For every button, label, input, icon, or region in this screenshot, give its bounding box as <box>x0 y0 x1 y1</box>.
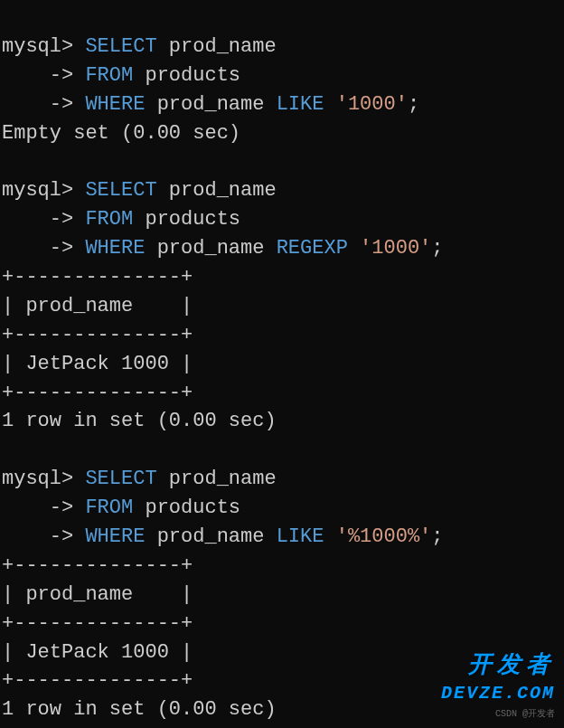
regexp-operator: REGEXP <box>277 237 348 260</box>
table-border: +--------------+ <box>2 669 193 692</box>
select-keyword: SELECT <box>85 179 156 202</box>
continuation-prompt: -> <box>2 237 85 260</box>
where-keyword: WHERE <box>85 237 145 260</box>
like-operator: LIKE <box>277 525 324 548</box>
result-footer: Empty set (0.00 sec) <box>2 122 240 145</box>
table-data-row: | JetPack 1000 | <box>2 641 193 664</box>
string-literal: '%1000%' <box>336 525 432 548</box>
table-border: +--------------+ <box>2 554 193 577</box>
table-border: +--------------+ <box>2 612 193 635</box>
column-name: prod_name <box>169 468 277 490</box>
mysql-prompt: mysql> <box>2 35 85 58</box>
semicolon: ; <box>408 93 419 116</box>
result-footer: 1 row in set (0.00 sec) <box>2 410 277 432</box>
string-literal: '1000' <box>360 237 431 260</box>
table-border: +--------------+ <box>2 382 193 404</box>
continuation-prompt: -> <box>2 64 85 87</box>
continuation-prompt: -> <box>2 208 85 231</box>
where-column: prod_name <box>157 525 265 548</box>
select-keyword: SELECT <box>85 35 156 58</box>
table-name: products <box>145 64 240 87</box>
table-border: +--------------+ <box>2 324 193 346</box>
like-operator: LIKE <box>277 93 324 116</box>
table-header-row: | prod_name | <box>2 583 193 606</box>
where-column: prod_name <box>157 93 265 116</box>
continuation-prompt: -> <box>2 525 85 548</box>
from-keyword: FROM <box>85 496 133 519</box>
result-footer: 1 row in set (0.00 sec) <box>2 698 277 721</box>
query-block-2: mysql> SELECT prod_name -> FROM products… <box>2 179 444 432</box>
column-name: prod_name <box>169 35 277 58</box>
where-keyword: WHERE <box>85 525 145 548</box>
continuation-prompt: -> <box>2 496 85 519</box>
semicolon: ; <box>431 237 443 260</box>
select-keyword: SELECT <box>85 468 156 490</box>
from-keyword: FROM <box>85 64 133 87</box>
table-header-row: | prod_name | <box>2 295 193 317</box>
mysql-prompt: mysql> <box>2 179 85 202</box>
where-keyword: WHERE <box>85 93 145 116</box>
where-column: prod_name <box>157 237 265 260</box>
table-name: products <box>145 208 240 231</box>
query-block-1: mysql> SELECT prod_name -> FROM products… <box>2 35 419 145</box>
table-data-row: | JetPack 1000 | <box>2 353 193 375</box>
query-block-3: mysql> SELECT prod_name -> FROM products… <box>2 468 444 721</box>
terminal-output: mysql> SELECT prod_name -> FROM products… <box>2 4 562 724</box>
table-name: products <box>145 496 240 519</box>
string-literal: '1000' <box>336 93 408 116</box>
table-border: +--------------+ <box>2 266 193 288</box>
mysql-prompt: mysql> <box>2 468 85 490</box>
from-keyword: FROM <box>85 208 133 231</box>
semicolon: ; <box>431 525 443 548</box>
column-name: prod_name <box>169 179 277 202</box>
continuation-prompt: -> <box>2 93 85 116</box>
